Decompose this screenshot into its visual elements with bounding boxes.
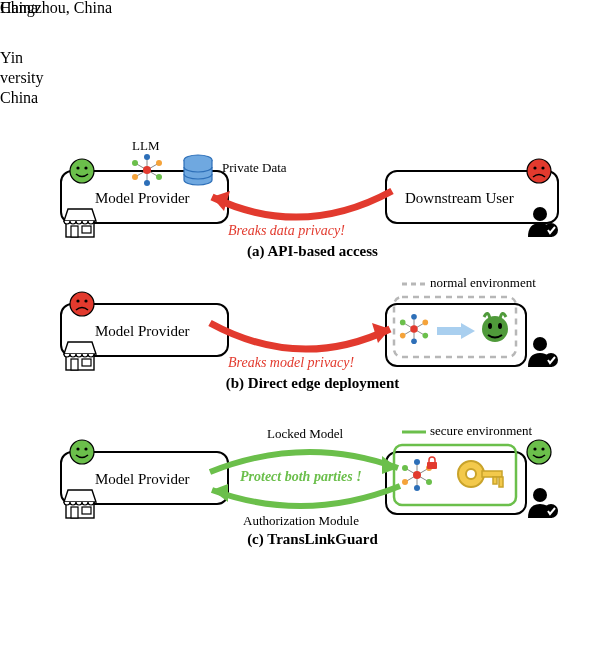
- svg-point-1: [76, 166, 79, 169]
- svg-point-69: [414, 459, 420, 465]
- panel-c: Model Provider Locked Model secure envir…: [60, 416, 565, 566]
- transfer-arrow-icon: [435, 321, 475, 341]
- solid-legend-icon: [402, 429, 426, 435]
- svg-point-77: [466, 469, 476, 479]
- svg-point-26: [70, 292, 94, 316]
- sad-face-icon: [525, 157, 553, 185]
- svg-point-22: [541, 166, 544, 169]
- store-icon: [62, 207, 98, 239]
- svg-point-71: [426, 479, 432, 485]
- svg-point-83: [541, 447, 544, 450]
- svg-point-68: [413, 471, 421, 479]
- svg-point-11: [156, 160, 162, 166]
- svg-rect-80: [499, 477, 503, 487]
- user-label-a: Downstream User: [405, 190, 514, 207]
- happy-face-icon: [68, 438, 96, 466]
- header-frag-4: versity: [0, 68, 44, 88]
- svg-point-24: [544, 223, 558, 237]
- caption-c: (c) TransLinkGuard: [60, 531, 565, 548]
- happy-face-icon: [525, 438, 553, 466]
- svg-point-52: [544, 353, 558, 367]
- panel-b: Model Provider normal environment: [60, 273, 565, 408]
- svg-rect-31: [82, 359, 91, 366]
- secure-env-label: secure environment: [430, 423, 532, 439]
- key-icon: [455, 456, 505, 500]
- svg-point-55: [76, 447, 79, 450]
- svg-point-10: [144, 154, 150, 160]
- caption-a: (a) API-based access: [60, 243, 565, 260]
- svg-rect-59: [82, 507, 91, 514]
- svg-point-2: [84, 166, 87, 169]
- devil-icon: [478, 311, 512, 345]
- svg-point-82: [533, 447, 536, 450]
- svg-point-43: [422, 333, 428, 339]
- svg-rect-30: [71, 359, 78, 370]
- provider-label-c: Model Provider: [95, 471, 190, 488]
- svg-point-41: [411, 314, 417, 320]
- llm-network-icon: [130, 153, 164, 187]
- svg-rect-79: [493, 477, 497, 484]
- svg-rect-78: [482, 471, 502, 477]
- svg-point-15: [132, 160, 138, 166]
- user-icon: [526, 335, 560, 369]
- svg-point-51: [533, 337, 547, 351]
- panel-a: LLM Private Data Model Provider: [60, 135, 565, 265]
- svg-point-21: [533, 166, 536, 169]
- user-icon: [526, 486, 560, 520]
- svg-point-50: [498, 323, 502, 329]
- header-frag-5: China: [0, 88, 38, 108]
- svg-point-42: [422, 320, 428, 326]
- private-data-label: Private Data: [222, 160, 287, 176]
- dash-legend-icon: [402, 281, 426, 287]
- svg-point-49: [488, 323, 492, 329]
- svg-marker-47: [461, 323, 475, 339]
- svg-point-13: [144, 180, 150, 186]
- header-frag-3: Yin: [0, 48, 23, 68]
- store-icon: [62, 340, 98, 372]
- flow-label-a: Breaks data privacy!: [228, 223, 345, 239]
- provider-label-a: Model Provider: [95, 190, 190, 207]
- auth-module-label: Authorization Module: [243, 513, 359, 529]
- svg-point-28: [84, 299, 87, 302]
- user-icon: [526, 205, 560, 239]
- svg-point-20: [527, 159, 551, 183]
- normal-env-label: normal environment: [430, 275, 536, 291]
- flow-label-c: Protect both parties !: [240, 469, 362, 485]
- header-frag-2: Hangzhou, China: [0, 0, 112, 18]
- svg-rect-19: [82, 226, 91, 233]
- svg-rect-75: [427, 462, 437, 469]
- svg-point-9: [143, 166, 151, 174]
- svg-point-40: [410, 325, 418, 333]
- provider-label-b: Model Provider: [95, 323, 190, 340]
- figure: LLM Private Data Model Provider: [60, 135, 565, 574]
- flow-label-b: Breaks model privacy!: [228, 355, 354, 371]
- lock-icon: [425, 456, 439, 470]
- svg-point-0: [70, 159, 94, 183]
- svg-point-54: [70, 440, 94, 464]
- page: China Hangzhou, China Yin versity China: [0, 0, 590, 650]
- sad-face-icon: [68, 290, 96, 318]
- svg-point-14: [132, 174, 138, 180]
- svg-rect-18: [71, 226, 78, 237]
- svg-rect-58: [71, 507, 78, 518]
- svg-point-84: [533, 488, 547, 502]
- svg-point-44: [411, 338, 417, 344]
- svg-point-23: [533, 207, 547, 221]
- svg-point-56: [84, 447, 87, 450]
- svg-point-12: [156, 174, 162, 180]
- svg-point-27: [76, 299, 79, 302]
- happy-face-icon: [68, 157, 96, 185]
- caption-b: (b) Direct edge deployment: [60, 375, 565, 392]
- store-icon: [62, 488, 98, 520]
- llm-label: LLM: [132, 138, 159, 154]
- svg-point-81: [527, 440, 551, 464]
- svg-point-85: [544, 504, 558, 518]
- svg-point-72: [414, 485, 420, 491]
